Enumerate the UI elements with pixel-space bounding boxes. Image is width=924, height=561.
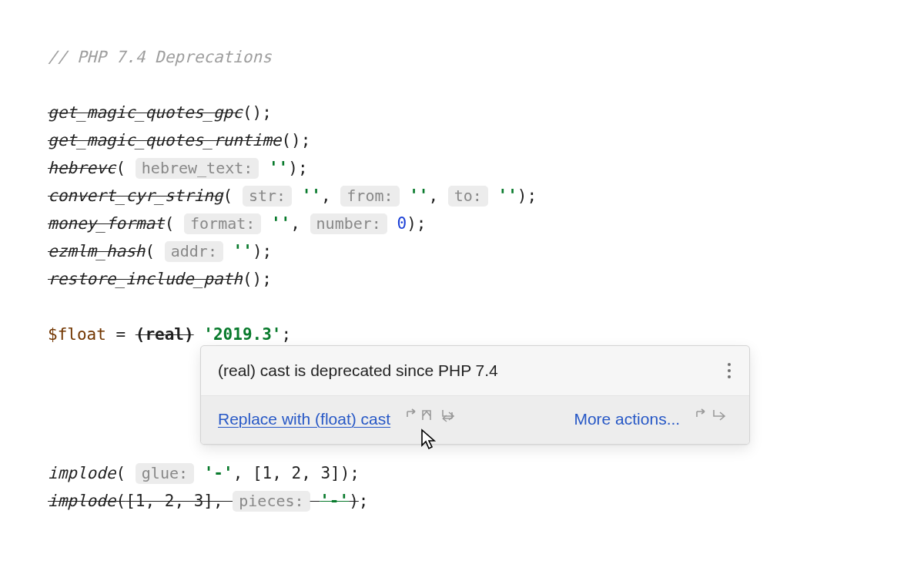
string-literal: '' xyxy=(498,186,517,205)
string-literal: '-' xyxy=(204,464,233,482)
string-literal: '' xyxy=(233,242,253,260)
shortcut-hint-icon xyxy=(406,408,460,425)
code-line: $float = (real) '2019.3'; xyxy=(48,321,924,348)
inspection-tooltip: (real) cast is deprecated since PHP 7.4 … xyxy=(200,345,750,445)
tooltip-actions: Replace with (float) cast More actions..… xyxy=(201,396,749,444)
string-literal: '-' xyxy=(320,492,349,510)
variable: $float xyxy=(48,325,106,344)
code-line: implode([1, 2, 3], pieces: '-'); xyxy=(48,487,924,515)
more-actions-link[interactable]: More actions... xyxy=(574,410,680,428)
string-literal: '' xyxy=(409,186,428,205)
string-literal: '2019.3' xyxy=(203,325,281,344)
deprecated-func: ezmlm_hash xyxy=(48,242,145,260)
param-hint: format: xyxy=(184,213,261,234)
deprecated-cast: (real) xyxy=(136,325,194,344)
blank-line xyxy=(48,293,924,321)
param-hint: from: xyxy=(340,186,399,207)
deprecated-func: hebrevc xyxy=(48,159,116,177)
param-hint: to: xyxy=(448,186,488,207)
deprecated-call: implode xyxy=(48,492,116,510)
string-literal: '' xyxy=(271,214,290,233)
param-hint: glue: xyxy=(136,463,194,484)
code-line: hebrevc( hebrew_text: ''); xyxy=(48,154,924,182)
code-editor[interactable]: // PHP 7.4 Deprecations get_magic_quotes… xyxy=(0,0,924,515)
code-line: // PHP 7.4 Deprecations xyxy=(48,43,924,71)
deprecated-func: get_magic_quotes_gpc xyxy=(48,103,243,122)
quick-fix-link[interactable]: Replace with (float) cast xyxy=(218,410,390,428)
param-hint: addr: xyxy=(165,241,223,262)
number-literal: 0 xyxy=(397,214,407,233)
param-hint: pieces: xyxy=(233,491,310,512)
func-call: implode xyxy=(48,464,116,482)
code-line: get_magic_quotes_runtime(); xyxy=(48,126,924,154)
shortcut-hint-icon xyxy=(695,408,732,425)
array-literal: [1, 2, 3] xyxy=(253,464,340,482)
code-line: ezmlm_hash( addr: ''); xyxy=(48,237,924,265)
code-line: money_format( format: '', number: 0); xyxy=(48,210,924,237)
deprecated-func: get_magic_quotes_runtime xyxy=(48,131,281,149)
blank-line xyxy=(48,71,924,99)
param-hint: number: xyxy=(310,213,387,234)
code-line: restore_include_path(); xyxy=(48,265,924,293)
param-hint: hebrew_text: xyxy=(136,158,259,179)
param-hint: str: xyxy=(243,186,292,207)
string-literal: '' xyxy=(269,159,288,177)
tooltip-message: (real) cast is deprecated since PHP 7.4 xyxy=(218,357,498,385)
string-literal: '' xyxy=(302,186,321,205)
code-line: implode( glue: '-', [1, 2, 3]); xyxy=(48,459,924,487)
array-literal: [1, 2, 3] xyxy=(126,492,213,510)
code-line: get_magic_quotes_gpc(); xyxy=(48,99,924,126)
deprecated-func: money_format xyxy=(48,214,165,233)
deprecated-func: convert_cyr_string xyxy=(48,186,223,205)
tooltip-header: (real) cast is deprecated since PHP 7.4 xyxy=(201,346,749,396)
code-line: convert_cyr_string( str: '', from: '', t… xyxy=(48,182,924,210)
comment-text: // PHP 7.4 Deprecations xyxy=(48,48,272,66)
deprecated-func: restore_include_path xyxy=(48,270,243,288)
more-options-icon[interactable] xyxy=(725,360,734,381)
